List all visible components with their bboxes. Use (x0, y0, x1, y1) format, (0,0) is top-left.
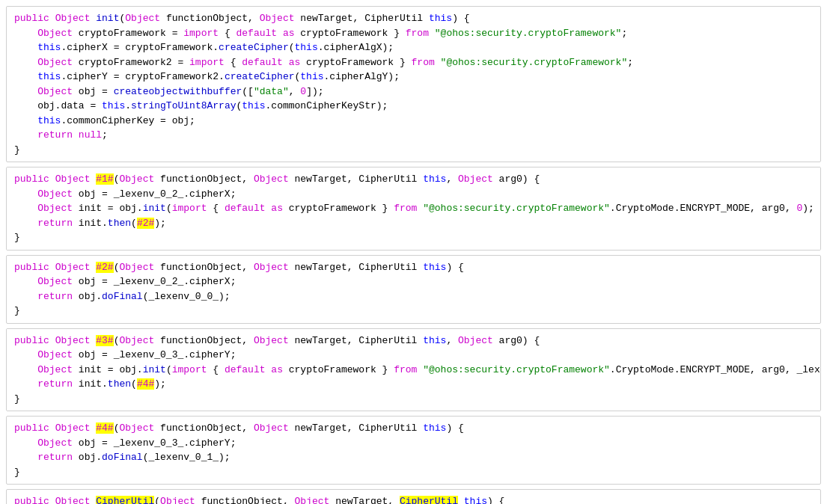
code-block-2: public Object #2#(Object functionObject,… (6, 255, 821, 324)
code-block-4: public Object #4#(Object functionObject,… (6, 416, 821, 485)
code-block-cipherutil: public Object CipherUtil(Object function… (6, 489, 821, 504)
code-block-3: public Object #3#(Object functionObject,… (6, 328, 821, 412)
code-block-1: public Object #1#(Object functionObject,… (6, 167, 821, 251)
code-editor: public Object init(Object functionObject… (6, 6, 821, 504)
code-block-init: public Object init(Object functionObject… (6, 6, 821, 162)
